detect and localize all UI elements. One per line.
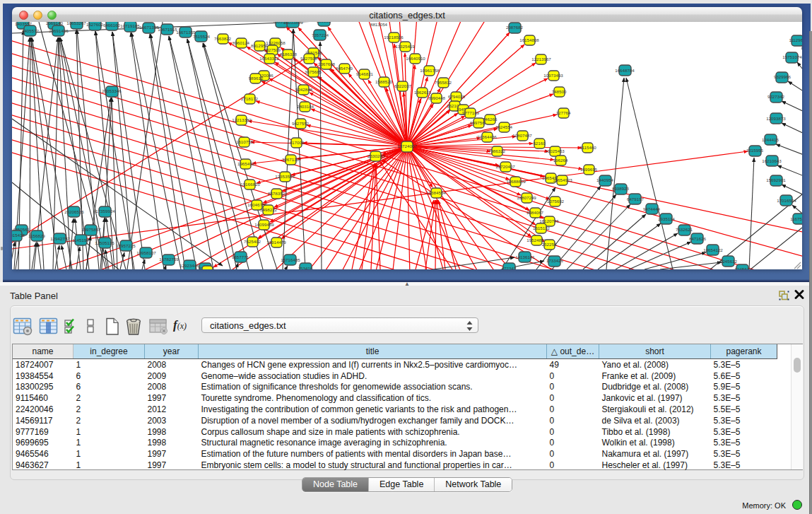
svg-text:2087682: 2087682 [506, 25, 524, 30]
svg-text:3215955: 3215955 [746, 148, 764, 153]
svg-text:2935114: 2935114 [658, 216, 675, 221]
svg-text:1440954: 1440954 [596, 177, 614, 182]
svg-text:16914479: 16914479 [266, 240, 286, 245]
svg-text:1965492: 1965492 [237, 161, 255, 166]
svg-text:9146821: 9146821 [356, 71, 374, 76]
svg-text:9699695: 9699695 [580, 167, 598, 172]
svg-text:153416: 153416 [298, 266, 313, 269]
svg-text:7663822: 7663822 [214, 36, 232, 41]
svg-text:15692901: 15692901 [766, 177, 786, 182]
svg-text:12213967: 12213967 [531, 57, 551, 62]
svg-text:3498222: 3498222 [260, 207, 278, 212]
svg-text:19654923: 19654923 [553, 177, 572, 182]
svg-text:16154808: 16154808 [519, 37, 539, 42]
svg-text:1075692: 1075692 [547, 199, 565, 204]
svg-text:19975867: 19975867 [81, 227, 101, 232]
svg-text:16120746: 16120746 [539, 218, 559, 223]
svg-text:10671915: 10671915 [158, 27, 177, 32]
svg-text:7986322: 7986322 [488, 148, 506, 153]
svg-text:10654122: 10654122 [703, 247, 723, 252]
svg-text:8454749: 8454749 [336, 66, 353, 71]
svg-text:1156829: 1156829 [28, 233, 45, 238]
svg-text:16033809: 16033809 [283, 22, 303, 25]
svg-text:9245612: 9245612 [720, 259, 738, 264]
svg-text:2367608: 2367608 [318, 62, 336, 66]
svg-text:2718172: 2718172 [241, 96, 259, 101]
svg-text:16640910: 16640910 [406, 56, 425, 61]
svg-text:12923446: 12923446 [180, 263, 199, 268]
svg-text:3624554: 3624554 [495, 124, 513, 129]
svg-text:10653267: 10653267 [66, 22, 86, 25]
svg-text:19218506: 19218506 [384, 35, 404, 40]
svg-text:127764: 127764 [556, 110, 571, 115]
svg-text:1527602: 1527602 [86, 22, 104, 27]
svg-text:14136141: 14136141 [515, 255, 535, 259]
svg-text:1145194: 1145194 [72, 238, 89, 243]
svg-text:2803144: 2803144 [297, 104, 314, 109]
svg-text:17016504: 17016504 [777, 198, 796, 203]
svg-text:10807487: 10807487 [512, 133, 532, 138]
svg-text:7625402: 7625402 [244, 239, 261, 244]
svg-text:19384554: 19384554 [426, 190, 446, 195]
svg-text:19166825: 19166825 [240, 182, 260, 187]
svg-text:417006: 417006 [290, 140, 305, 145]
svg-text:8960124: 8960124 [233, 40, 250, 45]
svg-text:9242848: 9242848 [295, 87, 313, 92]
svg-text:9427552: 9427552 [292, 121, 310, 126]
svg-text:12213382: 12213382 [232, 117, 252, 122]
svg-text:746266: 746266 [483, 117, 498, 122]
svg-text:9227342: 9227342 [767, 94, 785, 99]
svg-text:6322037: 6322037 [394, 83, 412, 88]
svg-text:20691406: 20691406 [49, 28, 69, 33]
svg-text:9327508: 9327508 [300, 56, 318, 61]
svg-text:2069140: 2069140 [46, 22, 64, 25]
svg-text:10719185: 10719185 [120, 23, 140, 28]
svg-text:12353594: 12353594 [275, 174, 295, 179]
svg-text:1615132: 1615132 [533, 226, 551, 230]
svg-text:16782759: 16782759 [159, 257, 179, 262]
svg-text:1733426: 1733426 [546, 258, 564, 263]
svg-text:15716485: 15716485 [281, 257, 300, 262]
svg-text:8578352: 8578352 [268, 191, 286, 196]
svg-text:21364436: 21364436 [477, 134, 497, 139]
svg-text:10025453: 10025453 [545, 148, 565, 153]
svg-text:9329966: 9329966 [774, 74, 792, 79]
svg-text:18724007: 18724007 [397, 144, 417, 148]
svg-text:13325419: 13325419 [395, 44, 415, 49]
svg-text:9327509: 9327509 [264, 47, 281, 52]
svg-text:9657771: 9657771 [232, 255, 249, 259]
svg-text:1588520: 1588520 [375, 79, 393, 84]
svg-text:6466160: 6466160 [103, 23, 121, 28]
svg-text:8186328: 8186328 [280, 52, 298, 57]
svg-text:1167533: 1167533 [790, 216, 802, 221]
svg-text:160338: 160338 [317, 22, 331, 23]
svg-text:989612: 989612 [249, 76, 264, 81]
svg-text:962342: 962342 [201, 268, 216, 269]
svg-text:748500: 748500 [552, 89, 567, 94]
svg-text:172342: 172342 [502, 266, 517, 269]
svg-text:7955812: 7955812 [435, 80, 452, 85]
svg-text:3675685: 3675685 [305, 69, 322, 74]
svg-text:8813054: 8813054 [370, 22, 388, 27]
svg-text:17359924: 17359924 [95, 209, 115, 214]
svg-text:62160: 62160 [533, 141, 546, 146]
svg-text:2330203: 2330203 [367, 153, 385, 158]
svg-text:10961758: 10961758 [420, 68, 440, 73]
svg-text:7357224: 7357224 [312, 33, 329, 37]
svg-text:12942757: 12942757 [50, 236, 70, 241]
svg-text:8471626: 8471626 [689, 236, 707, 241]
svg-text:7515524: 7515524 [193, 34, 211, 39]
svg-text:12505135: 12505135 [95, 240, 114, 245]
svg-text:3267130: 3267130 [282, 157, 300, 162]
svg-text:9777169: 9777169 [462, 110, 480, 115]
svg-text:16210643: 16210643 [762, 158, 782, 163]
svg-text:15751074: 15751074 [782, 54, 802, 59]
svg-text:16671355: 16671355 [139, 25, 159, 30]
svg-text:8938923: 8938923 [612, 186, 630, 191]
svg-text:6794028: 6794028 [448, 94, 466, 99]
svg-text:252254: 252254 [542, 242, 557, 247]
svg-text:10958107: 10958107 [136, 250, 156, 255]
svg-text:20053346: 20053346 [102, 88, 122, 93]
svg-text:8990448: 8990448 [428, 95, 446, 100]
svg-text:16648784: 16648784 [615, 68, 635, 73]
